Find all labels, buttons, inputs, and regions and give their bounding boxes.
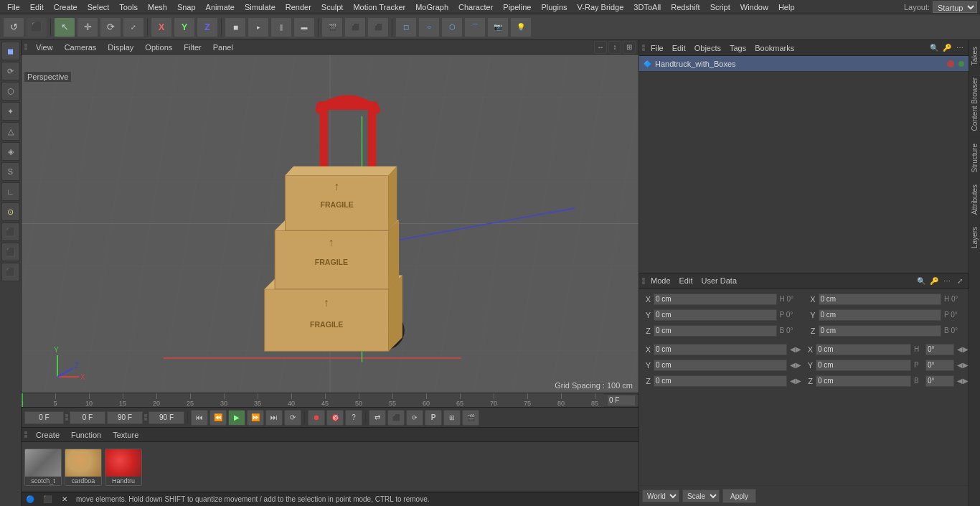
undo-btn[interactable]: ↺ [3,17,24,37]
rotate-tool-t[interactable]: ⟳ [406,410,423,426]
select-tool-btn[interactable]: ↖ [54,17,75,37]
objects-menu-edit[interactable]: Edit [669,43,689,53]
menu-script[interactable]: Script [706,2,735,12]
apply-button[interactable]: Apply [722,489,756,503]
record-btn[interactable]: ⏺ [308,410,325,426]
menu-redshift[interactable]: Redshift [666,2,704,12]
help-btn[interactable]: ? [345,410,362,426]
auto-key-btn[interactable]: 🎯 [326,410,344,426]
menu-sculpt[interactable]: Sculpt [317,2,348,12]
go-end-btn[interactable]: ⏭ [265,410,283,426]
attributes-menu-userdata[interactable]: User Data [699,276,740,286]
menu-mesh[interactable]: Mesh [143,2,171,12]
left-tool-6[interactable]: ◈ [1,142,20,161]
objects-menu-bookmarks[interactable]: Bookmarks [752,43,797,53]
sphere-btn[interactable]: ○ [418,17,440,37]
tab-content-browser[interactable]: Content Browser [969,71,980,136]
rz-b-input[interactable] [925,375,954,387]
render-view-btn[interactable]: 🎬 [321,17,343,37]
render-btn[interactable]: ⬛ [367,17,389,37]
scale-x-input[interactable] [819,294,942,305]
left-tool-4[interactable]: ✦ [1,102,20,121]
y-axis-btn[interactable]: Y [174,17,195,37]
scale-y-input[interactable] [819,309,942,321]
camera-btn[interactable]: 📷 [487,17,509,37]
rx-input[interactable] [816,344,911,355]
menu-select[interactable]: Select [83,2,114,12]
cube-btn[interactable]: ◻ [395,17,417,37]
layout-select[interactable]: Startup [933,1,977,13]
x-axis-btn[interactable]: X [151,17,172,37]
rx-h-input[interactable] [925,344,954,355]
cylinder-btn[interactable]: ⬡ [441,17,463,37]
point-mode-btn[interactable]: ▸ [248,17,269,37]
ry-input[interactable] [816,360,911,371]
left-tool-11[interactable]: ⬛ [1,243,20,261]
attr-key-btn[interactable]: 🔑 [928,275,940,286]
materials-menu-function[interactable]: Function [68,430,104,440]
z-axis-btn[interactable]: Z [197,17,218,37]
menu-snap[interactable]: Snap [173,2,200,12]
loop-btn[interactable]: ⟳ [284,410,301,426]
go-start-btn[interactable]: ⏮ [191,410,208,426]
menu-vray[interactable]: V-Ray Bridge [573,2,628,12]
timeline-frame-input[interactable] [607,395,636,406]
edge-mode-btn[interactable]: ∥ [270,17,292,37]
viewport-menu-cameras[interactable]: Cameras [62,42,100,52]
tab-structure[interactable]: Structure [969,137,980,179]
attributes-menu-edit[interactable]: Edit [677,276,696,286]
redo-btn[interactable]: ⬛ [26,17,47,37]
tab-attributes[interactable]: Attributes [969,178,980,220]
left-tool-3[interactable]: ⬡ [1,82,20,100]
menu-animate[interactable]: Animate [202,2,239,12]
left-tool-5[interactable]: △ [1,122,20,141]
objects-search-btn[interactable]: 🔍 [928,42,940,54]
tab-takes[interactable]: Takes [969,40,980,71]
left-tool-7[interactable]: S [1,162,20,181]
start-frame-field[interactable] [70,411,105,424]
world-dropdown[interactable]: World [642,489,679,502]
viewport-icon-2[interactable]: ↕ [608,41,621,54]
object-visibility-dot-1[interactable] [947,60,954,67]
material-cardboard[interactable]: cardboa [65,449,102,486]
left-tool-12[interactable]: ⬛ [1,263,20,281]
viewport-menu-display[interactable]: Display [105,42,136,52]
lz-input[interactable] [654,375,787,387]
pos-z-input[interactable] [654,325,777,337]
materials-menu-texture[interactable]: Texture [110,430,141,440]
timeline-ruler[interactable]: 0 5 10 15 20 25 30 35 40 45 50 [22,393,604,407]
tab-layers[interactable]: Layers [969,220,980,254]
objects-menu-objects[interactable]: Objects [692,43,724,53]
left-tool-1[interactable]: ◼ [1,42,20,60]
menu-motion-tracker[interactable]: Motion Tracker [349,2,410,12]
rect-select-t[interactable]: ⬛ [387,410,405,426]
menu-character[interactable]: Character [454,2,497,12]
object-row-handtruck[interactable]: 🔷 Handtruck_with_Boxes [639,56,969,72]
film-btn[interactable]: 🎬 [462,410,479,426]
viewport-icon-3[interactable]: ⊞ [623,41,636,54]
materials-menu-create[interactable]: Create [33,430,62,440]
p-btn[interactable]: P [425,410,442,426]
menu-file[interactable]: File [3,2,24,12]
ry-p-input[interactable] [925,360,954,371]
viewport-canvas[interactable]: FRAGILE ↑ FRAGILE ↑ [22,55,639,393]
attr-search-btn[interactable]: 🔍 [915,275,927,286]
viewport-menu-view[interactable]: View [33,42,56,52]
menu-3dtoall[interactable]: 3DToAll [629,2,665,12]
attr-dots-btn[interactable]: ⋯ [941,275,953,286]
menu-render[interactable]: Render [281,2,316,12]
poly-mode-btn[interactable]: ▬ [293,17,315,37]
ly-input[interactable] [654,360,787,371]
menu-plugins[interactable]: Plugins [537,2,571,12]
material-scotch[interactable]: scotch_t [24,449,62,486]
scale-tool-btn[interactable]: ⤢ [123,17,144,37]
end-frame-field-2[interactable] [149,411,184,424]
menu-help[interactable]: Help [774,2,799,12]
menu-pipeline[interactable]: Pipeline [499,2,535,12]
menu-mograph[interactable]: MoGraph [411,2,453,12]
menu-tools[interactable]: Tools [115,2,142,12]
menu-simulate[interactable]: Simulate [240,2,280,12]
current-frame-field[interactable] [24,411,64,424]
objects-dots-btn[interactable]: ⋯ [954,42,966,54]
scale-dropdown[interactable]: Scale [682,489,720,502]
